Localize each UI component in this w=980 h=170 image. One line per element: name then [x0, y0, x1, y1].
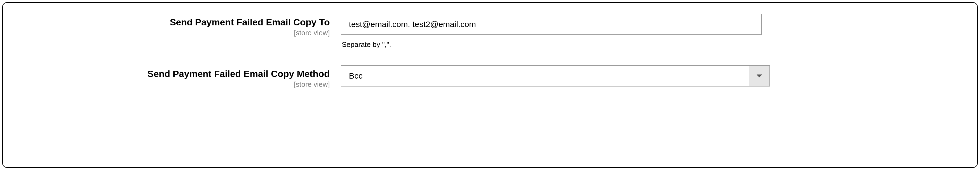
- field-col-copy-method: Bcc: [341, 65, 770, 87]
- label-copy-method: Send Payment Failed Email Copy Method: [18, 68, 330, 80]
- label-col-copy-method: Send Payment Failed Email Copy Method [s…: [18, 65, 341, 89]
- payment-failed-email-copy-method-select[interactable]: Bcc: [341, 65, 770, 87]
- help-text-copy-to: Separate by ",".: [341, 40, 770, 49]
- select-display-value: Bcc: [341, 65, 770, 87]
- field-col-copy-to: Separate by ",".: [341, 14, 770, 49]
- label-col-copy-to: Send Payment Failed Email Copy To [store…: [18, 14, 341, 37]
- payment-failed-email-copy-to-input[interactable]: [341, 14, 762, 35]
- label-copy-to: Send Payment Failed Email Copy To: [18, 16, 330, 28]
- field-row-copy-method: Send Payment Failed Email Copy Method [s…: [18, 65, 962, 89]
- scope-copy-to: [store view]: [18, 29, 330, 37]
- config-panel: Send Payment Failed Email Copy To [store…: [2, 2, 978, 168]
- scope-copy-method: [store view]: [18, 80, 330, 89]
- field-row-copy-to: Send Payment Failed Email Copy To [store…: [18, 14, 962, 49]
